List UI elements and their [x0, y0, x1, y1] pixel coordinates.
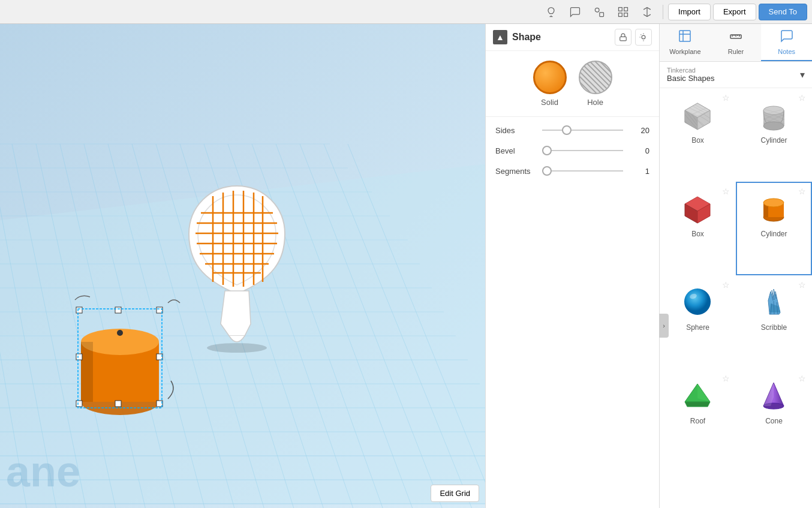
mirror-icon-btn[interactable]: [636, 1, 658, 23]
cylinder-gray-preview: [756, 97, 792, 133]
shapes-icon-btn[interactable]: [588, 1, 610, 23]
svg-rect-3: [619, 7, 622, 11]
hole-circle[interactable]: [579, 61, 612, 94]
shape-item-cylinder-gray[interactable]: ☆: [736, 88, 812, 182]
shape-item-box-red[interactable]: ☆ Box: [660, 182, 736, 275]
shape-type-row: Solid Hole: [486, 51, 659, 117]
shape-item-scribble[interactable]: ☆ Scribble: [736, 275, 812, 369]
viewport[interactable]: ane Edit Grid: [0, 24, 485, 508]
grid-icon-btn[interactable]: [612, 1, 634, 23]
library-tabs: Workplane Ruler: [660, 24, 812, 62]
star-cylinder-orange[interactable]: ☆: [798, 187, 806, 196]
svg-line-75: [640, 34, 641, 35]
shape-lock-button[interactable]: [615, 29, 631, 46]
shape-panel-collapse-button[interactable]: ▲: [493, 30, 507, 44]
notes-tab[interactable]: Notes: [761, 24, 812, 61]
edit-grid-button[interactable]: Edit Grid: [431, 485, 479, 502]
svg-rect-49: [76, 401, 82, 407]
import-button[interactable]: Import: [668, 4, 711, 20]
main-area: ane Edit Grid ▲ Shape: [0, 24, 812, 508]
segments-row: Segments 1: [495, 165, 649, 177]
sides-row: Sides 20: [495, 124, 649, 136]
grid-svg: [0, 24, 485, 508]
solid-option[interactable]: Solid: [533, 61, 567, 107]
hole-option[interactable]: Hole: [579, 61, 612, 107]
solid-label: Solid: [541, 98, 558, 107]
sphere-blue-label: Sphere: [686, 323, 709, 332]
workplane-label: Workplane: [669, 48, 700, 55]
ruler-icon: [729, 29, 743, 46]
shape-item-cylinder-orange[interactable]: ☆ Cylinder: [736, 182, 812, 275]
svg-rect-6: [624, 13, 628, 16]
category-label: Basic Shapes: [667, 74, 800, 83]
sides-slider[interactable]: [542, 130, 623, 131]
segments-label: Segments: [495, 167, 537, 176]
library-header: Tinkercad Basic Shapes ▾: [660, 62, 812, 88]
workplane-tab[interactable]: Workplane: [660, 24, 711, 61]
svg-point-126: [763, 106, 784, 115]
svg-rect-4: [624, 7, 628, 11]
star-sphere-blue[interactable]: ☆: [722, 280, 730, 290]
svg-point-1: [595, 8, 599, 12]
shape-item-sphere-blue[interactable]: ☆ Sphe: [660, 275, 736, 369]
scribble-preview: [756, 284, 792, 320]
send-to-button[interactable]: Send To: [759, 4, 807, 20]
box-gray-preview: [680, 97, 716, 133]
cone-purple-preview: [756, 377, 792, 413]
shape-light-button[interactable]: [635, 29, 652, 46]
svg-rect-47: [76, 307, 82, 313]
bevel-label: Bevel: [495, 146, 537, 155]
star-cylinder-gray[interactable]: ☆: [798, 93, 806, 103]
hole-label: Hole: [587, 98, 603, 107]
sides-label: Sides: [495, 126, 537, 135]
shape-item-roof-green[interactable]: ☆ Roof: [660, 369, 736, 462]
svg-rect-53: [76, 354, 82, 360]
svg-point-70: [207, 343, 267, 353]
toolbar-separator: [663, 5, 663, 19]
light-bulb-icon-btn[interactable]: [540, 1, 562, 23]
svg-point-125: [763, 122, 784, 130]
solid-circle[interactable]: [533, 61, 567, 94]
svg-rect-46: [81, 342, 93, 402]
ruler-label: Ruler: [728, 48, 744, 55]
export-button[interactable]: Export: [713, 4, 756, 20]
star-scribble[interactable]: ☆: [798, 280, 806, 290]
bevel-value: 0: [628, 146, 649, 155]
segments-slider-container: [542, 165, 623, 177]
svg-rect-5: [619, 13, 622, 16]
shape-item-cone-purple[interactable]: ☆: [736, 369, 812, 462]
svg-point-72: [642, 35, 645, 39]
box-gray-label: Box: [691, 136, 704, 145]
star-box-gray[interactable]: ☆: [722, 93, 730, 103]
svg-marker-145: [685, 402, 710, 407]
svg-rect-71: [620, 37, 627, 40]
svg-line-104: [681, 122, 687, 131]
sides-slider-container: [542, 124, 623, 136]
box-red-label: Box: [691, 230, 704, 238]
star-roof-green[interactable]: ☆: [722, 374, 730, 383]
shape-panel-title: Shape: [512, 32, 610, 43]
shapes-library: Workplane Ruler: [659, 24, 812, 508]
roof-green-label: Roof: [690, 417, 705, 425]
shape-panel: ▲ Shape Solid: [485, 24, 659, 508]
notes-label: Notes: [778, 48, 795, 55]
bevel-row: Bevel 0: [495, 145, 649, 157]
star-cone-purple[interactable]: ☆: [798, 374, 806, 383]
star-box-red[interactable]: ☆: [722, 187, 730, 196]
segments-slider[interactable]: [542, 170, 623, 172]
viewport-watermark: ane: [6, 447, 80, 496]
sides-value: 20: [628, 126, 649, 135]
bevel-slider[interactable]: [542, 150, 623, 151]
library-expand-button[interactable]: ▾: [800, 69, 805, 80]
svg-rect-51: [115, 307, 121, 313]
cylinder-gray-label: Cylinder: [760, 136, 787, 145]
cylinder-orange-preview: [756, 190, 792, 226]
svg-point-139: [684, 288, 711, 315]
tinkercad-label: Tinkercad: [667, 67, 800, 74]
speech-bubble-icon-btn[interactable]: [564, 1, 586, 23]
shape-item-box-gray[interactable]: ☆: [660, 88, 736, 182]
ruler-tab[interactable]: Ruler: [711, 24, 762, 61]
bevel-slider-container: [542, 145, 623, 157]
shape-panel-icons: [615, 29, 652, 46]
svg-rect-77: [679, 31, 690, 41]
